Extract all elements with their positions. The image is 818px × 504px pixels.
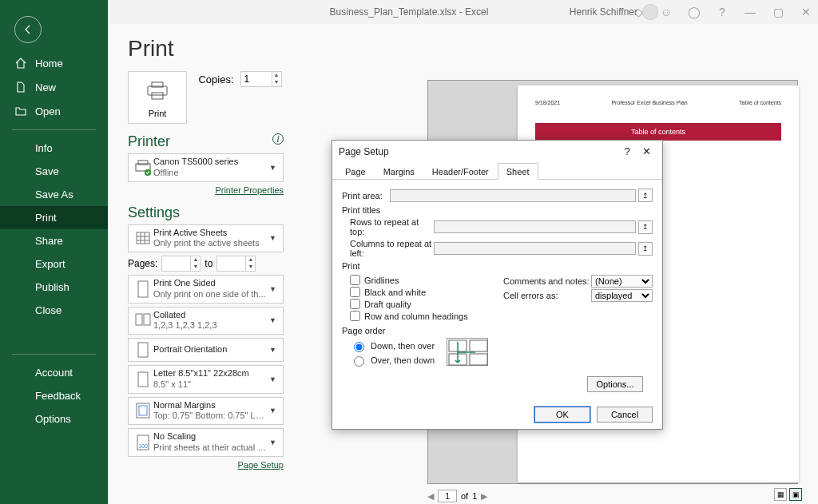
nav-print[interactable]: Print xyxy=(0,206,108,229)
nav-publish[interactable]: Publish xyxy=(0,276,108,299)
ok-button[interactable]: OK xyxy=(534,407,590,423)
tab-header-footer[interactable]: Header/Footer xyxy=(423,163,498,180)
over-down-radio[interactable]: Over, then down xyxy=(350,354,435,367)
rows-repeat-input[interactable] xyxy=(434,220,636,233)
errors-select[interactable]: displayed xyxy=(591,289,653,302)
nav-label: New xyxy=(35,81,56,93)
print-area-label: Print area: xyxy=(342,191,390,200)
margins-selector[interactable]: Normal MarginsTop: 0.75" Bottom: 0.75" L… xyxy=(128,397,284,426)
range-picker-icon[interactable]: ↥ xyxy=(638,220,653,234)
pages-from-stepper[interactable]: ▲▼ xyxy=(161,256,201,272)
nav-label: Feedback xyxy=(35,390,81,402)
pages-from-input[interactable] xyxy=(162,256,190,271)
draft-checkbox[interactable]: Draft quality xyxy=(350,299,491,309)
cancel-button[interactable]: Cancel xyxy=(597,407,653,423)
svg-rect-2 xyxy=(152,93,163,99)
next-page-icon[interactable]: ▶ xyxy=(481,491,487,502)
minimize-icon[interactable]: — xyxy=(742,6,758,18)
preview-center: Professor Excel Business Plan xyxy=(611,100,687,105)
nav-share[interactable]: Share xyxy=(0,229,108,252)
backstage-sidebar: Home New Open Info Save Save As Print Sh… xyxy=(0,0,108,504)
nav-info[interactable]: Info xyxy=(0,137,108,160)
page-icon xyxy=(133,280,153,299)
current-page-input[interactable] xyxy=(438,490,457,502)
copies-stepper[interactable]: ▲▼ xyxy=(240,71,282,87)
tab-page[interactable]: Page xyxy=(336,163,375,180)
rowcol-checkbox[interactable]: Row and column headings xyxy=(350,311,491,321)
nav-home[interactable]: Home xyxy=(0,51,108,75)
sheets-icon xyxy=(133,230,153,246)
range-picker-icon[interactable]: ↥ xyxy=(638,189,653,202)
back-arrow-icon xyxy=(22,23,34,36)
nav-new[interactable]: New xyxy=(0,75,108,99)
pages-to-input[interactable] xyxy=(217,256,245,271)
show-margins-icon[interactable]: ▦ xyxy=(774,488,787,501)
chevron-down-icon: ▼ xyxy=(267,164,279,172)
rows-repeat-label: Rows to repeat at top: xyxy=(342,217,434,236)
copies-input[interactable] xyxy=(241,72,272,86)
scaling-selector[interactable]: 100 No ScalingPrint sheets at their actu… xyxy=(128,428,284,457)
comments-label: Comments and notes: xyxy=(503,276,591,286)
nav-account[interactable]: Account xyxy=(0,361,108,384)
page-order-preview-icon xyxy=(447,338,488,366)
printer-properties-link[interactable]: Printer Properties xyxy=(128,185,284,195)
preview-toc-bar: Table of contents xyxy=(535,123,781,141)
collate-selector[interactable]: Collated1,2,3 1,2,3 1,2,3 ▼ xyxy=(128,307,284,335)
nav-export[interactable]: Export xyxy=(0,252,108,276)
page-setup-link[interactable]: Page Setup xyxy=(128,460,284,470)
paper-selector[interactable]: Letter 8.5"x11" 22x28cm8.5" x 11" ▼ xyxy=(128,365,284,394)
chevron-down-icon: ▼ xyxy=(267,407,279,415)
back-button[interactable] xyxy=(14,16,42,43)
dialog-help-icon[interactable]: ? xyxy=(617,145,637,157)
paper-icon xyxy=(133,371,153,388)
print-what-selector[interactable]: Print Active SheetsOnly print the active… xyxy=(128,224,284,253)
sides-selector[interactable]: Print One SidedOnly print on one side of… xyxy=(128,275,284,304)
maximize-icon[interactable]: ▢ xyxy=(770,6,786,18)
info-icon[interactable]: i xyxy=(272,133,284,145)
diamond-icon[interactable]: ◇ xyxy=(630,6,646,18)
comments-select[interactable]: (None) xyxy=(591,275,653,288)
nav-feedback[interactable]: Feedback xyxy=(0,384,108,407)
zoom-to-page-icon[interactable]: ▣ xyxy=(789,488,802,501)
nav-label: Home xyxy=(35,58,63,69)
face-icon[interactable]: ☺ xyxy=(658,6,674,18)
dialog-title: Page Setup xyxy=(339,146,389,157)
options-button[interactable]: Options... xyxy=(587,376,643,392)
printer-selector[interactable]: Canon TS5000 seriesOffline ▼ xyxy=(128,153,284,182)
spin-down-icon[interactable]: ▼ xyxy=(272,79,281,86)
preview-right: Table of contents xyxy=(739,100,781,105)
orientation-selector[interactable]: Portrait Orientation ▼ xyxy=(128,338,284,362)
nav-open[interactable]: Open xyxy=(0,99,108,123)
folder-icon xyxy=(14,105,27,117)
svg-rect-13 xyxy=(139,406,147,415)
gridlines-checkbox[interactable]: Gridlines xyxy=(350,275,491,285)
printer-status-icon xyxy=(133,159,153,177)
printer-status: Offline xyxy=(153,168,267,179)
print-button[interactable]: Print xyxy=(128,71,187,124)
page-title: Print xyxy=(128,36,798,62)
range-picker-icon[interactable]: ↥ xyxy=(638,242,653,256)
prev-page-icon[interactable]: ◀ xyxy=(427,491,434,502)
svg-rect-9 xyxy=(144,314,150,325)
zoom-controls: ▦ ▣ xyxy=(774,488,802,501)
nav-label: Account xyxy=(35,367,73,379)
dialog-close-icon[interactable]: ✕ xyxy=(637,145,656,157)
nav-close[interactable]: Close xyxy=(0,299,108,322)
tab-margins[interactable]: Margins xyxy=(375,163,423,180)
pages-to-stepper[interactable]: ▲▼ xyxy=(216,256,256,272)
tab-sheet[interactable]: Sheet xyxy=(498,163,538,180)
close-icon[interactable]: ✕ xyxy=(798,6,814,18)
cols-repeat-input[interactable] xyxy=(434,242,636,255)
print-area-input[interactable] xyxy=(390,189,636,202)
user-name: Henrik Schiffner xyxy=(570,6,637,18)
bw-checkbox[interactable]: Black and white xyxy=(350,287,491,297)
titlebar-controls: ◇ ☺ ◯ ? — ▢ ✕ xyxy=(630,6,814,18)
user-circle-icon[interactable]: ◯ xyxy=(686,6,702,18)
help-icon[interactable]: ? xyxy=(714,6,730,18)
window-title: Business_Plan_Template.xlsx - Excel xyxy=(330,6,489,18)
nav-save-as[interactable]: Save As xyxy=(0,183,108,206)
down-over-radio[interactable]: Down, then over xyxy=(350,339,435,352)
nav-options[interactable]: Options xyxy=(0,407,108,431)
spin-up-icon[interactable]: ▲ xyxy=(272,72,281,79)
nav-save[interactable]: Save xyxy=(0,160,108,183)
